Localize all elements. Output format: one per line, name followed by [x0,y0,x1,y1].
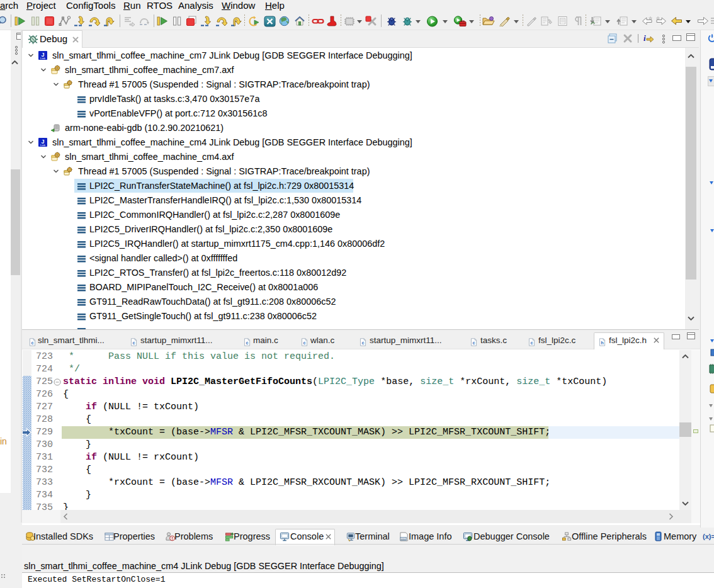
svg-text:i: i [643,33,646,43]
svg-text:010: 010 [401,538,406,541]
